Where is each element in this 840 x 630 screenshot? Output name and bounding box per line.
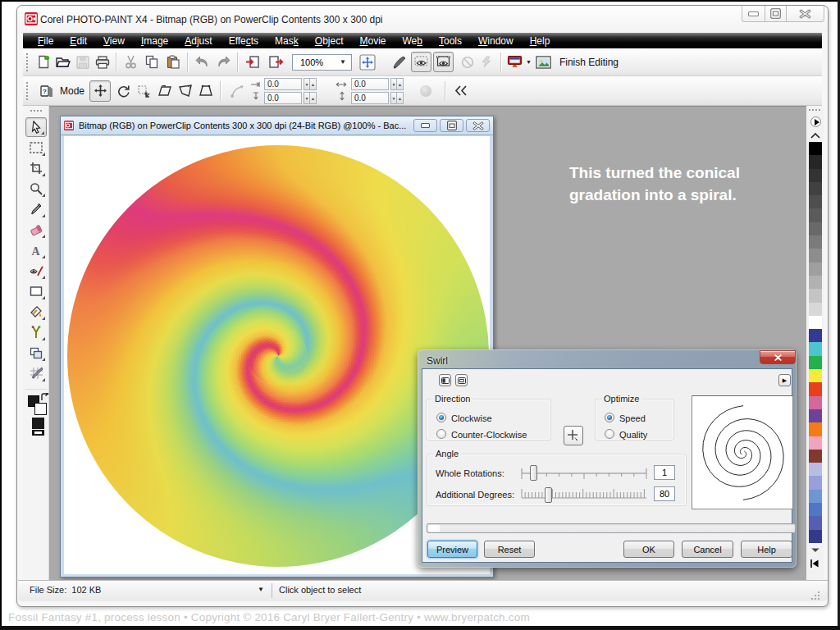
svg-text:?: ? <box>43 88 47 95</box>
svg-text:A: A <box>31 245 40 257</box>
